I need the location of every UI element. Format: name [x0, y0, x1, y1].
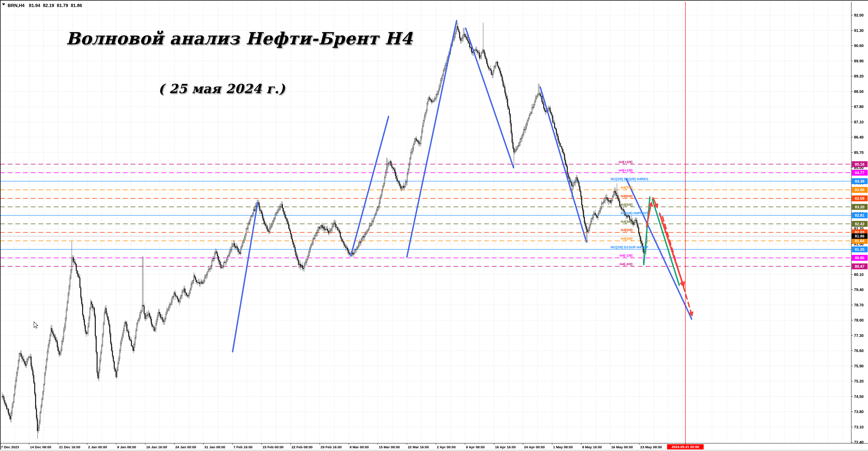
candle-body	[406, 182, 407, 183]
candle-body	[233, 243, 234, 245]
candle-body	[308, 252, 309, 256]
candle-body	[297, 256, 297, 257]
candle-body	[284, 212, 285, 214]
price-axis[interactable]: 92.0091.3090.6089.9089.2088.5087.8087.10…	[851, 13, 864, 445]
candle-body	[207, 272, 208, 275]
candle-body	[87, 333, 88, 334]
time-axis-label: 29 Feb 16:00	[320, 445, 342, 449]
candle-body	[198, 283, 199, 283]
candle-body	[117, 370, 117, 377]
candle-body	[138, 319, 139, 321]
candle-body	[591, 219, 592, 222]
candle-body	[581, 196, 582, 205]
candle-body	[291, 234, 292, 238]
candle-body	[501, 74, 502, 76]
candle-body	[267, 226, 268, 229]
candle-body	[18, 360, 19, 368]
candle-body	[496, 62, 497, 63]
candle-body	[326, 229, 326, 230]
candle-body	[57, 341, 58, 347]
mt4-chart-window: 92.0091.3090.6089.9089.2088.5087.8087.10…	[0, 0, 868, 451]
price-axis-label: 75.20	[854, 379, 864, 383]
page-subtitle: ( 25 мая 2024 г.)	[158, 81, 285, 96]
candle-body	[269, 231, 269, 232]
candle-body	[411, 152, 412, 152]
candle-body	[75, 263, 76, 264]
candle-body	[61, 350, 61, 353]
candle-body	[623, 209, 624, 210]
candle-body	[472, 52, 473, 53]
candle-body	[119, 350, 120, 359]
candle-body	[634, 223, 634, 225]
candle-body	[208, 269, 209, 272]
candle-body	[100, 353, 101, 360]
candle-body	[431, 100, 432, 102]
level-label-H4[5/8]: H4[5/8]	[621, 203, 632, 206]
price-axis-label: 79.40	[854, 288, 864, 292]
candle-body	[546, 111, 547, 112]
candle-body	[181, 295, 182, 297]
candle-body	[268, 229, 268, 231]
candle-body	[363, 236, 363, 238]
candle-body	[586, 226, 587, 229]
candle-body	[476, 50, 477, 51]
candle-body	[559, 141, 559, 143]
candle-body	[182, 292, 182, 296]
candle-body	[343, 241, 343, 242]
candle-body	[401, 188, 402, 188]
candlesticks[interactable]	[2, 20, 647, 439]
candle-body	[77, 271, 78, 273]
candle-body	[74, 262, 75, 263]
candle-body	[499, 68, 500, 71]
candle-body	[385, 172, 386, 178]
symbol-dropdown-icon[interactable]	[2, 3, 5, 5]
candle-body	[579, 182, 579, 187]
candle-body	[66, 310, 67, 319]
candle-body	[243, 240, 244, 243]
candle-body	[565, 160, 566, 164]
candle-body	[618, 199, 619, 201]
candle-body	[166, 311, 167, 314]
candle-body	[26, 362, 27, 365]
candle-body	[515, 151, 515, 152]
level-label-D1[1/8] H4PIVOT: D1[1/8] H4PIVOT	[621, 211, 649, 215]
candle-body	[237, 247, 238, 248]
time-axis[interactable]: 7 Dec 202314 Dec 08:0021 Dec 16:002 Jan …	[0, 443, 704, 449]
candle-body	[170, 304, 170, 304]
candle-body	[252, 213, 253, 216]
candle-body	[280, 207, 281, 207]
candle-body	[413, 144, 414, 148]
candle-body	[53, 334, 54, 335]
candle-body	[594, 213, 595, 214]
candle-body	[445, 66, 445, 68]
candle-body	[416, 138, 416, 140]
candle-body	[105, 308, 105, 313]
candle-body	[485, 53, 485, 57]
candle-body	[295, 247, 296, 252]
candle-body	[628, 216, 629, 216]
candle-body	[569, 177, 569, 178]
candle-body	[311, 245, 312, 247]
candle-body	[566, 164, 567, 166]
candle-body	[206, 275, 207, 276]
candle-body	[553, 116, 553, 123]
level-label-H4[+2/8]: H4[+2/8]	[619, 160, 632, 164]
wave-trend-line[interactable]	[644, 197, 650, 265]
candle-body	[102, 335, 103, 346]
candle-body	[40, 412, 40, 422]
candle-body	[585, 223, 586, 226]
wave-trend-line[interactable]	[232, 202, 258, 352]
chart-canvas[interactable]: 92.0091.3090.6089.9089.2088.5087.8087.10…	[0, 0, 868, 451]
candle-body	[437, 94, 437, 95]
time-axis-label: 9 Apr 08:00	[466, 445, 485, 449]
candle-body	[441, 78, 442, 80]
candle-body	[537, 95, 538, 96]
candle-body	[24, 359, 24, 361]
candle-body	[32, 366, 32, 370]
candle-body	[446, 64, 446, 66]
candle-body	[94, 308, 95, 315]
candle-body	[551, 112, 551, 114]
candle-body	[245, 234, 246, 238]
candle-body	[88, 327, 88, 333]
candle-body	[316, 232, 317, 234]
